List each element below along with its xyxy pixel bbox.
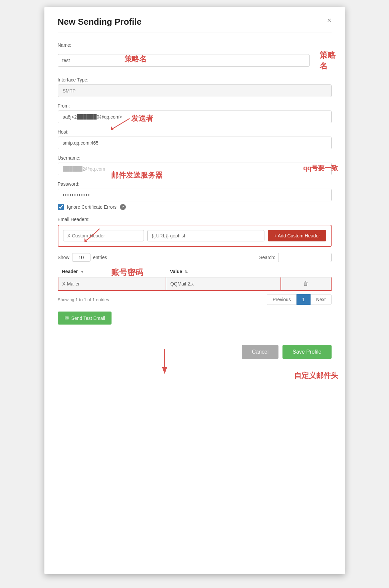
email-headers-label: Email Headers: (58, 217, 332, 222)
password-field-group: Password: (58, 181, 332, 201)
showing-text: Showing 1 to 1 of 1 entries (58, 297, 109, 302)
delete-icon[interactable]: 🗑 (303, 281, 309, 286)
ignore-cert-row: Ignore Certificate Errors ? (58, 204, 332, 210)
host-label: Host: (58, 129, 332, 135)
email-icon: ✉ (64, 315, 69, 321)
table-cell-value: QQMail 2.x (166, 277, 281, 290)
ignore-cert-checkbox[interactable] (58, 204, 64, 210)
email-headers-input-row: + Add Custom Header (63, 230, 326, 241)
username-field-group: Username: (58, 155, 332, 175)
save-profile-button[interactable]: Save Profile (282, 345, 331, 359)
table-cell-header: X-Mailer (58, 277, 166, 290)
show-label: Show (58, 255, 69, 260)
name-value: test (62, 58, 70, 63)
entries-input[interactable] (72, 253, 90, 262)
table-header-actions (281, 266, 331, 277)
ignore-cert-label[interactable]: Ignore Certificate Errors (67, 204, 117, 210)
next-button[interactable]: Next (311, 294, 332, 305)
search-label: Search: (259, 255, 275, 260)
host-input[interactable] (58, 137, 332, 149)
send-test-email-button[interactable]: ✉ Send Test Email (58, 312, 112, 325)
close-button[interactable]: × (327, 17, 332, 24)
username-label: Username: (58, 155, 332, 161)
sort-value-icon: ⇅ (185, 270, 188, 274)
interface-type-label: Interface Type: (58, 77, 332, 82)
table-row: X-Mailer QQMail 2.x 🗑 (58, 277, 331, 290)
page-1-button[interactable]: 1 (297, 294, 311, 305)
custom-value-input[interactable] (147, 230, 264, 241)
modal-header: New Sending Profile × (58, 17, 332, 32)
table-cell-delete[interactable]: 🗑 (281, 277, 331, 290)
email-headers-section: Email Headers: + Add Custom Header (58, 217, 332, 247)
sort-header-icon: ▼ (80, 270, 84, 274)
from-input[interactable] (58, 111, 332, 123)
table-header-value[interactable]: Value ⇅ (166, 266, 281, 277)
pagination-buttons: Previous 1 Next (267, 294, 331, 305)
search-input[interactable] (278, 253, 332, 262)
entries-label: entries (93, 255, 107, 260)
password-input[interactable] (58, 189, 332, 201)
name-label: Name: (58, 42, 332, 48)
new-sending-profile-modal: New Sending Profile × Name: test 策略名 Int… (44, 7, 345, 574)
headers-table-wrapper: Header ▼ Value ⇅ X-Mailer QQMail 2.x 🗑 (58, 266, 332, 291)
username-input[interactable] (58, 163, 332, 175)
custom-header-input[interactable] (63, 230, 144, 241)
show-entries-control: Show entries (58, 253, 107, 262)
modal-footer: Cancel Save Profile (58, 338, 332, 359)
table-controls: Show entries Search: (58, 253, 332, 262)
cancel-button[interactable]: Cancel (242, 345, 278, 359)
previous-button[interactable]: Previous (267, 294, 296, 305)
send-test-section: ✉ Send Test Email (58, 312, 332, 325)
add-custom-header-button[interactable]: + Add Custom Header (268, 230, 326, 241)
pagination-row: Showing 1 to 1 of 1 entries Previous 1 N… (58, 294, 332, 305)
modal-title: New Sending Profile (58, 17, 142, 27)
table-header-header[interactable]: Header ▼ (58, 266, 166, 277)
interface-type-input (58, 84, 332, 97)
annotation-custom-header: 自定义邮件头 (294, 371, 338, 381)
interface-type-field-group: Interface Type: (function(){ const inp =… (58, 77, 332, 97)
name-annotation: 策略名 (320, 50, 342, 71)
email-headers-box: + Add Custom Header (58, 225, 332, 247)
from-label: From: (58, 103, 332, 109)
help-icon[interactable]: ? (120, 204, 126, 210)
from-field-group: From: (58, 103, 332, 123)
name-field-group: Name: test 策略名 (58, 42, 332, 71)
name-input[interactable] (58, 54, 310, 67)
password-label: Password: (58, 181, 332, 187)
host-field-group: Host: (58, 129, 332, 149)
headers-table: Header ▼ Value ⇅ X-Mailer QQMail 2.x 🗑 (58, 266, 332, 291)
search-control: Search: (259, 253, 331, 262)
